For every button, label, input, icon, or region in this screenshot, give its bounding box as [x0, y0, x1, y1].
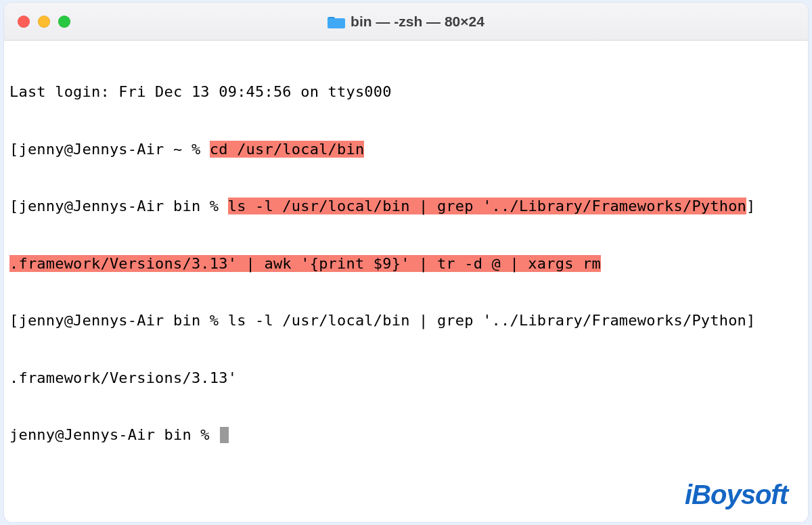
prompt-text: [jenny@Jennys-Air bin % — [9, 198, 228, 214]
terminal-window: bin — -zsh — 80×24 Last login: Fri Dec 1… — [4, 3, 808, 522]
prompt-text: [jenny@Jennys-Air ~ % — [9, 141, 210, 158]
cursor-icon — [220, 427, 229, 443]
prompt-line: jenny@Jennys-Air bin % — [9, 426, 803, 444]
command-line-1: [jenny@Jennys-Air ~ % cd /usr/local/bin — [9, 140, 803, 159]
window-title-text: bin — -zsh — 80×24 — [351, 14, 484, 30]
prompt-text: [jenny@Jennys-Air bin % — [9, 312, 228, 329]
close-icon[interactable] — [18, 16, 30, 28]
highlighted-command: cd /usr/local/bin — [210, 141, 365, 158]
login-line: Last login: Fri Dec 13 09:45:56 on ttys0… — [9, 83, 803, 101]
window-title: bin — -zsh — 80×24 — [4, 14, 808, 30]
traffic-lights — [4, 16, 70, 28]
terminal-body[interactable]: Last login: Fri Dec 13 09:45:56 on ttys0… — [4, 41, 808, 487]
command-line-3a: [jenny@Jennys-Air bin % ls -l /usr/local… — [9, 311, 803, 330]
command-line-2b: .framework/Versions/3.13' | awk '{print … — [9, 254, 803, 273]
command-line-2a: [jenny@Jennys-Air bin % ls -l /usr/local… — [9, 197, 803, 216]
title-bar[interactable]: bin — -zsh — 80×24 — [4, 3, 808, 41]
highlighted-command: ls -l /usr/local/bin | grep '../Library/… — [228, 198, 746, 214]
command-text: ls -l /usr/local/bin | grep '../Library/… — [228, 312, 746, 329]
prompt-text: jenny@Jennys-Air bin % — [9, 426, 219, 443]
maximize-icon[interactable] — [58, 16, 70, 28]
folder-icon — [328, 14, 345, 29]
command-line-3b: .framework/Versions/3.13' — [9, 369, 803, 388]
highlighted-command: .framework/Versions/3.13' | awk '{print … — [9, 255, 601, 272]
command-text: .framework/Versions/3.13' — [9, 369, 237, 386]
brand-watermark: iBoysoft — [685, 480, 788, 510]
minimize-icon[interactable] — [38, 16, 50, 28]
